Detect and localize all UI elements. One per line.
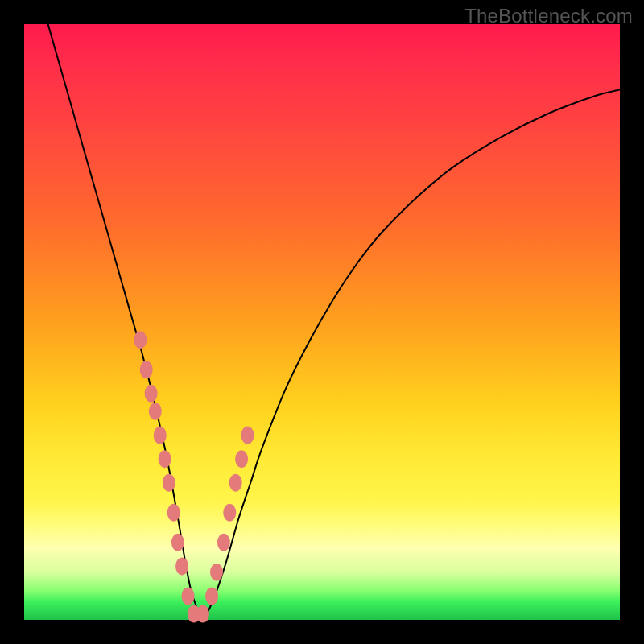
data-marker [223,504,236,522]
data-marker [175,557,188,575]
data-marker [140,361,153,378]
data-marker [167,504,180,522]
plot-gradient-area [24,24,620,620]
data-marker [242,427,254,444]
data-marker [171,534,184,551]
data-marker [205,587,218,605]
data-marker [149,402,162,420]
data-marker [134,331,147,349]
data-marker [196,605,209,623]
data-marker [154,427,167,444]
chart-svg [24,24,620,620]
bottleneck-curve [48,24,620,620]
data-marker [210,564,223,581]
data-marker [163,474,175,492]
data-markers [134,331,254,622]
data-marker [229,474,242,492]
watermark-text: TheBottleneck.com [464,5,633,27]
data-marker [145,385,158,402]
data-marker [235,450,248,468]
data-marker [217,534,230,551]
data-marker [182,587,195,605]
data-marker [159,450,171,468]
chart-frame: TheBottleneck.com [0,0,644,644]
